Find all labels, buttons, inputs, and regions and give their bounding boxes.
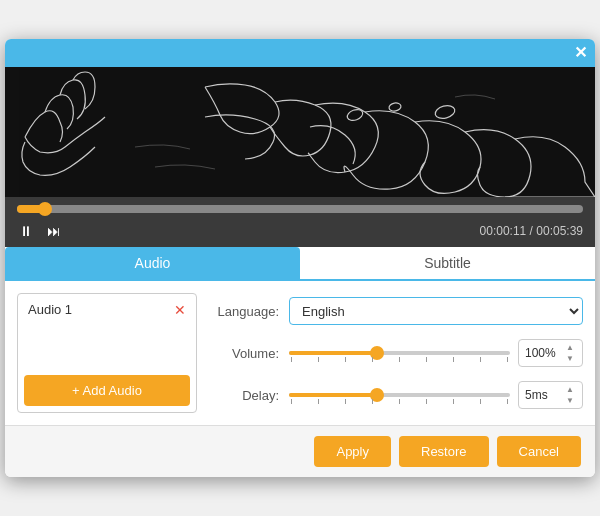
volume-fill xyxy=(289,351,377,355)
language-select[interactable]: English French German Spanish xyxy=(289,297,583,325)
time-display: 00:00:11 / 00:05:39 xyxy=(480,224,583,238)
language-label: Language: xyxy=(209,304,279,319)
volume-control: 100% ▲ ▼ xyxy=(289,339,583,367)
video-area xyxy=(5,67,595,197)
content-area: Audio 1 ✕ + Add Audio Language: English … xyxy=(5,281,595,425)
tab-audio[interactable]: Audio xyxy=(5,247,300,279)
delay-slider[interactable] xyxy=(289,385,510,405)
total-time: 00:05:39 xyxy=(536,224,583,238)
delay-fill xyxy=(289,393,377,397)
volume-arrows: ▲ ▼ xyxy=(564,343,576,364)
volume-track xyxy=(289,351,510,355)
delay-up-button[interactable]: ▲ xyxy=(564,385,576,395)
delay-spinner: 5ms ▲ ▼ xyxy=(518,381,583,409)
controls-row: ⏸ ⏭ 00:00:11 / 00:05:39 xyxy=(17,221,583,241)
volume-row: Volume: xyxy=(209,339,583,367)
progress-bar[interactable] xyxy=(17,205,583,213)
video-preview-svg xyxy=(5,67,595,197)
volume-ticks xyxy=(289,357,510,362)
player-controls: ⏸ ⏭ 00:00:11 / 00:05:39 xyxy=(5,197,595,247)
current-time: 00:00:11 xyxy=(480,224,527,238)
tab-subtitle[interactable]: Subtitle xyxy=(300,247,595,279)
volume-spinner: 100% ▲ ▼ xyxy=(518,339,583,367)
delay-label: Delay: xyxy=(209,388,279,403)
title-bar: ✕ xyxy=(5,39,595,67)
volume-value: 100% xyxy=(525,346,556,360)
delay-ticks xyxy=(289,399,510,404)
settings-panel: Language: English French German Spanish … xyxy=(209,293,583,413)
apply-button[interactable]: Apply xyxy=(314,436,391,467)
volume-label: Volume: xyxy=(209,346,279,361)
volume-down-button[interactable]: ▼ xyxy=(564,354,576,364)
tabs-row: Audio Subtitle xyxy=(5,247,595,281)
audio-list-panel: Audio 1 ✕ + Add Audio xyxy=(17,293,197,413)
footer: Apply Restore Cancel xyxy=(5,425,595,477)
cancel-button[interactable]: Cancel xyxy=(497,436,581,467)
delay-row: Delay: xyxy=(209,381,583,409)
audio-remove-button[interactable]: ✕ xyxy=(174,303,186,317)
volume-up-button[interactable]: ▲ xyxy=(564,343,576,353)
add-audio-button[interactable]: + Add Audio xyxy=(24,375,190,406)
volume-slider[interactable] xyxy=(289,343,510,363)
audio-item-label: Audio 1 xyxy=(28,302,72,317)
svg-rect-0 xyxy=(5,67,595,197)
delay-down-button[interactable]: ▼ xyxy=(564,396,576,406)
dialog: ✕ xyxy=(5,39,595,477)
next-button[interactable]: ⏭ xyxy=(45,221,63,241)
progress-thumb xyxy=(38,202,52,216)
language-control: English French German Spanish xyxy=(289,297,583,325)
restore-button[interactable]: Restore xyxy=(399,436,489,467)
language-row: Language: English French German Spanish xyxy=(209,297,583,325)
progress-fill xyxy=(17,205,45,213)
delay-value: 5ms xyxy=(525,388,548,402)
audio-item: Audio 1 ✕ xyxy=(24,300,190,319)
pause-button[interactable]: ⏸ xyxy=(17,221,35,241)
play-buttons: ⏸ ⏭ xyxy=(17,221,63,241)
delay-control: 5ms ▲ ▼ xyxy=(289,381,583,409)
delay-arrows: ▲ ▼ xyxy=(564,385,576,406)
close-button[interactable]: ✕ xyxy=(574,45,587,61)
delay-track xyxy=(289,393,510,397)
video-sketch xyxy=(5,67,595,197)
